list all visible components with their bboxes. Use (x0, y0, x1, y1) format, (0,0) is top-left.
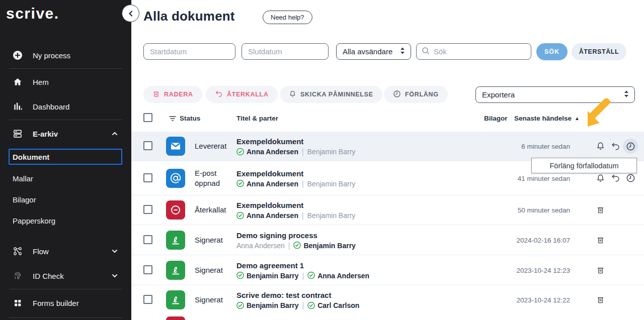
status-label: Levererat (195, 141, 233, 151)
sidebar-item-id-check[interactable]: ID Check (0, 267, 131, 284)
grid-icon (12, 297, 23, 308)
export-select[interactable]: Exportera (475, 86, 635, 103)
row-checkbox[interactable] (143, 265, 152, 274)
document-title[interactable]: Demo signing process (236, 231, 356, 239)
reset-button[interactable]: ÅTERSTÄLL (572, 43, 626, 60)
signed-check-icon (293, 242, 301, 249)
collapse-sidebar-button[interactable] (122, 5, 139, 22)
column-header-status[interactable]: Status (180, 115, 200, 122)
envelope-status-icon (166, 137, 185, 156)
sidebar-item-dokument[interactable]: Dokument (9, 149, 122, 165)
select-arrows-icon (623, 90, 629, 99)
sidebar-item-label: Forms builder (33, 299, 79, 307)
sidebar-item-flow[interactable]: Flow (0, 243, 131, 260)
document-parties: Benjamin Barry|Anna Andersen (236, 271, 369, 279)
sidebar-item-label: ID Check (33, 272, 64, 280)
send-reminder-button[interactable]: SKICKA PÅMINNELSE (280, 86, 382, 103)
party-name: Benjamin Barry (307, 179, 356, 187)
signed-check-icon (236, 211, 244, 219)
document-title[interactable]: Exempeldokument (236, 137, 355, 146)
document-title[interactable]: Exempeldokument (236, 201, 355, 209)
sidebar-divider (9, 289, 122, 289)
status-label: Återkallat (195, 205, 233, 215)
table-row[interactable]: Levererat Exempeldokument Anna Andersen|… (131, 132, 644, 161)
scrive-logo[interactable]: scrive. (6, 5, 59, 22)
row-checkbox[interactable] (143, 173, 152, 182)
document-title[interactable]: Scrive demo: test contract (236, 291, 359, 299)
last-event-time: 50 minuter sedan (518, 206, 570, 214)
extend-icon-button[interactable] (623, 139, 638, 154)
signed-check-icon (236, 301, 244, 309)
scrive-archive-page: scrive. Ny process Hem Dashboard E- (0, 0, 644, 320)
trash-icon (152, 90, 160, 99)
delete-icon-button[interactable] (593, 292, 608, 307)
recall-button[interactable]: ÅTERKALLA (206, 86, 278, 103)
chevron-down-icon[interactable] (111, 272, 118, 279)
document-title[interactable]: Demo agreement 1 (236, 261, 369, 269)
clock-icon (393, 90, 401, 99)
sidebar-subitem-label: Mallar (13, 174, 33, 183)
sidebar-item-dashboard[interactable]: Dashboard (0, 98, 131, 115)
party-name: Carl Carlson (317, 301, 359, 309)
status-filter-icon[interactable] (169, 115, 177, 124)
archive-icon (12, 128, 23, 139)
sender-select[interactable]: Alla avsändare (336, 43, 411, 60)
table-row[interactable]: Återkallat Exempeldokument Anna Andersen… (131, 195, 644, 225)
delete-button[interactable]: RADERA (143, 86, 202, 103)
recall-icon-button[interactable] (608, 139, 623, 154)
signed-check-icon (307, 272, 315, 279)
row-checkbox[interactable] (143, 235, 152, 244)
tooltip: Förläng förfallodatum (531, 158, 637, 173)
extend-button[interactable]: FÖRLÄNG (384, 86, 448, 103)
sidebar-item-papperskorg[interactable]: Papperskorg (0, 212, 131, 229)
row-checkbox[interactable] (143, 141, 152, 150)
delete-icon-button[interactable] (593, 202, 608, 218)
sidebar: scrive. Ny process Hem Dashboard E- (0, 0, 131, 320)
document-title[interactable]: Exempeldokument (236, 169, 355, 177)
page-title: Alla dokument (143, 9, 235, 24)
sidebar-item-forms-builder[interactable]: Forms builder (0, 294, 131, 311)
delete-icon-button[interactable] (593, 233, 608, 248)
sidebar-divider (9, 120, 122, 120)
sidebar-item-mallar[interactable]: Mallar (0, 170, 131, 186)
sidebar-item-e-arkiv[interactable]: E-arkiv (0, 125, 131, 142)
signature-status-icon (166, 261, 185, 280)
undo-icon (215, 90, 223, 99)
table-row[interactable]: Signerat Scrive demo: test contract Benj… (131, 285, 644, 314)
extend-button-label: FÖRLÄNG (405, 91, 439, 98)
sidebar-divider (9, 68, 122, 69)
sidebar-item-label: Hem (33, 78, 49, 86)
signature-status-icon (166, 290, 185, 309)
table-row[interactable]: Signerat Demo agreement 1 Benjamin Barry… (131, 255, 644, 285)
recall-button-label: ÅTERKALLA (227, 91, 269, 98)
signed-check-icon (236, 180, 244, 187)
row-checkbox[interactable] (143, 295, 152, 304)
sidebar-item-label: Ny process (33, 51, 70, 60)
party-name: Anna Andersen (247, 211, 298, 220)
delete-button-label: RADERA (164, 91, 193, 98)
document-parties: Anna Andersen|Benjamin Barry (236, 179, 355, 187)
column-header-last-event[interactable]: Senaste händelse ▲ (514, 115, 580, 122)
chevron-up-icon[interactable] (111, 130, 118, 137)
table-row[interactable]: Signerat Demo signing process Anna Ander… (131, 225, 644, 255)
row-checkbox[interactable] (143, 205, 152, 214)
sort-ascending-icon: ▲ (575, 116, 580, 121)
column-header-title: Titel & parter (236, 115, 278, 122)
party-name: Anna Andersen (247, 179, 298, 187)
chevron-down-icon[interactable] (111, 248, 118, 255)
search-input[interactable] (434, 47, 534, 56)
last-event-time: 2023-10-24 12:23 (516, 266, 570, 274)
need-help-button[interactable]: Need help? (263, 11, 312, 24)
sidebar-item-hem[interactable]: Hem (0, 73, 131, 90)
sidebar-item-bilagor[interactable]: Bilagor (0, 191, 131, 207)
select-all-checkbox[interactable] (143, 113, 152, 122)
status-label: Signerat (195, 295, 233, 305)
sidebar-item-ny-process[interactable]: Ny process (0, 47, 131, 64)
delete-icon-button[interactable] (593, 263, 608, 278)
reminder-icon-button[interactable] (593, 139, 608, 154)
search-button[interactable]: SÖK (536, 43, 568, 60)
end-date-input[interactable] (242, 43, 329, 60)
home-icon (12, 76, 23, 87)
start-date-input[interactable] (143, 43, 235, 60)
partial-row-status-icon (166, 316, 185, 320)
